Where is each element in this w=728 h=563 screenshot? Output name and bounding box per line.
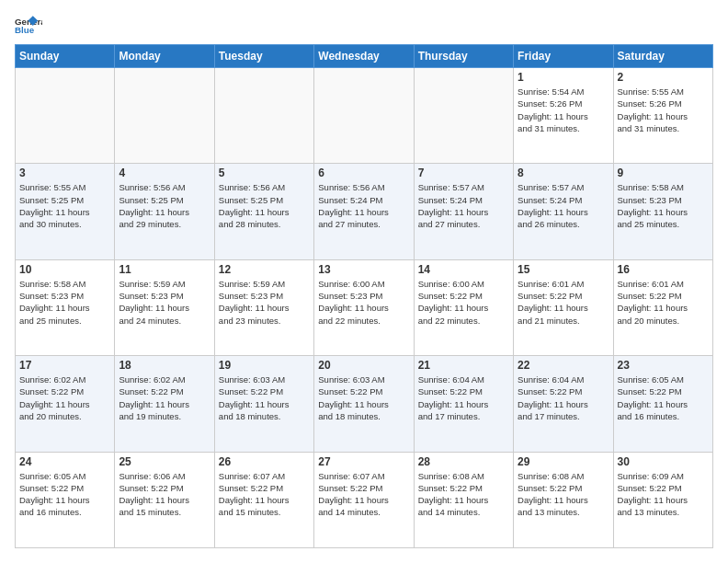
svg-text:Blue: Blue xyxy=(15,25,35,35)
day-number: 23 xyxy=(618,359,709,372)
day-info: Sunrise: 5:55 AM Sunset: 5:26 PM Dayligh… xyxy=(618,86,709,134)
calendar-day-cell: 5Sunrise: 5:56 AM Sunset: 5:25 PM Daylig… xyxy=(214,164,313,259)
calendar-day-header: Sunday xyxy=(16,45,115,68)
calendar-day-cell: 8Sunrise: 5:57 AM Sunset: 5:24 PM Daylig… xyxy=(514,164,613,259)
calendar-table: SundayMondayTuesdayWednesdayThursdayFrid… xyxy=(15,44,713,548)
calendar-day-cell: 20Sunrise: 6:03 AM Sunset: 5:22 PM Dayli… xyxy=(314,356,414,452)
calendar-day-cell: 4Sunrise: 5:56 AM Sunset: 5:25 PM Daylig… xyxy=(115,164,214,259)
calendar-day-header: Wednesday xyxy=(314,45,414,68)
calendar-day-cell: 7Sunrise: 5:57 AM Sunset: 5:24 PM Daylig… xyxy=(414,164,513,259)
day-info: Sunrise: 5:58 AM Sunset: 5:23 PM Dayligh… xyxy=(618,181,709,230)
calendar-day-cell: 15Sunrise: 6:01 AM Sunset: 5:22 PM Dayli… xyxy=(514,259,613,355)
day-info: Sunrise: 6:02 AM Sunset: 5:22 PM Dayligh… xyxy=(19,373,110,422)
calendar-day-cell xyxy=(314,68,414,164)
day-number: 8 xyxy=(518,167,609,179)
day-info: Sunrise: 6:04 AM Sunset: 5:22 PM Dayligh… xyxy=(418,373,509,422)
day-number: 12 xyxy=(219,263,310,276)
calendar-day-cell: 27Sunrise: 6:07 AM Sunset: 5:22 PM Dayli… xyxy=(314,452,414,547)
day-number: 17 xyxy=(19,359,110,372)
calendar-day-cell xyxy=(214,68,313,164)
calendar-day-cell: 19Sunrise: 6:03 AM Sunset: 5:22 PM Dayli… xyxy=(214,356,313,452)
calendar-day-cell: 29Sunrise: 6:08 AM Sunset: 5:22 PM Dayli… xyxy=(514,452,613,547)
day-info: Sunrise: 6:00 AM Sunset: 5:22 PM Dayligh… xyxy=(418,278,509,327)
day-number: 5 xyxy=(219,167,310,179)
calendar-day-cell: 9Sunrise: 5:58 AM Sunset: 5:23 PM Daylig… xyxy=(613,164,712,259)
calendar-week-row: 3Sunrise: 5:55 AM Sunset: 5:25 PM Daylig… xyxy=(16,164,713,259)
day-info: Sunrise: 6:03 AM Sunset: 5:22 PM Dayligh… xyxy=(318,373,409,422)
day-number: 13 xyxy=(318,263,409,276)
day-number: 1 xyxy=(518,71,609,84)
day-info: Sunrise: 5:56 AM Sunset: 5:25 PM Dayligh… xyxy=(219,181,310,230)
day-number: 21 xyxy=(418,359,509,372)
calendar-day-cell: 30Sunrise: 6:09 AM Sunset: 5:22 PM Dayli… xyxy=(613,452,712,547)
calendar-day-cell: 13Sunrise: 6:00 AM Sunset: 5:23 PM Dayli… xyxy=(314,259,414,355)
day-info: Sunrise: 5:56 AM Sunset: 5:25 PM Dayligh… xyxy=(119,181,210,230)
calendar-day-cell xyxy=(115,68,214,164)
day-info: Sunrise: 6:04 AM Sunset: 5:22 PM Dayligh… xyxy=(518,373,609,422)
calendar-day-cell xyxy=(414,68,513,164)
day-number: 27 xyxy=(318,455,409,468)
day-info: Sunrise: 6:06 AM Sunset: 5:22 PM Dayligh… xyxy=(119,470,210,519)
day-info: Sunrise: 5:59 AM Sunset: 5:23 PM Dayligh… xyxy=(119,278,210,327)
day-number: 14 xyxy=(418,263,509,276)
day-info: Sunrise: 6:02 AM Sunset: 5:22 PM Dayligh… xyxy=(119,373,210,422)
day-info: Sunrise: 6:07 AM Sunset: 5:22 PM Dayligh… xyxy=(219,470,310,519)
day-info: Sunrise: 6:08 AM Sunset: 5:22 PM Dayligh… xyxy=(518,470,609,519)
day-number: 22 xyxy=(518,359,609,372)
calendar-day-cell: 16Sunrise: 6:01 AM Sunset: 5:22 PM Dayli… xyxy=(613,259,712,355)
day-info: Sunrise: 6:05 AM Sunset: 5:22 PM Dayligh… xyxy=(19,470,110,519)
day-info: Sunrise: 6:00 AM Sunset: 5:23 PM Dayligh… xyxy=(318,278,409,327)
calendar-day-cell: 3Sunrise: 5:55 AM Sunset: 5:25 PM Daylig… xyxy=(16,164,115,259)
day-number: 29 xyxy=(518,455,609,468)
day-number: 15 xyxy=(518,263,609,276)
day-number: 11 xyxy=(119,263,210,276)
calendar-day-header: Thursday xyxy=(414,45,513,68)
day-number: 20 xyxy=(318,359,409,372)
calendar-day-header: Monday xyxy=(115,45,214,68)
day-info: Sunrise: 5:59 AM Sunset: 5:23 PM Dayligh… xyxy=(219,278,310,327)
day-info: Sunrise: 5:55 AM Sunset: 5:25 PM Dayligh… xyxy=(19,181,110,230)
day-info: Sunrise: 6:07 AM Sunset: 5:22 PM Dayligh… xyxy=(318,470,409,519)
calendar-week-row: 24Sunrise: 6:05 AM Sunset: 5:22 PM Dayli… xyxy=(16,452,713,547)
day-info: Sunrise: 5:58 AM Sunset: 5:23 PM Dayligh… xyxy=(19,278,110,327)
calendar-day-cell: 28Sunrise: 6:08 AM Sunset: 5:22 PM Dayli… xyxy=(414,452,513,547)
calendar-day-cell: 10Sunrise: 5:58 AM Sunset: 5:23 PM Dayli… xyxy=(16,259,115,355)
calendar-day-cell: 6Sunrise: 5:56 AM Sunset: 5:24 PM Daylig… xyxy=(314,164,414,259)
day-number: 19 xyxy=(219,359,310,372)
calendar-day-cell: 26Sunrise: 6:07 AM Sunset: 5:22 PM Dayli… xyxy=(214,452,313,547)
day-number: 25 xyxy=(119,455,210,468)
logo-icon: General Blue xyxy=(15,15,42,37)
day-info: Sunrise: 6:01 AM Sunset: 5:22 PM Dayligh… xyxy=(618,278,709,327)
day-number: 4 xyxy=(119,167,210,179)
calendar-day-cell: 2Sunrise: 5:55 AM Sunset: 5:26 PM Daylig… xyxy=(613,68,712,164)
logo: General Blue xyxy=(15,15,48,37)
day-info: Sunrise: 5:57 AM Sunset: 5:24 PM Dayligh… xyxy=(418,181,509,230)
calendar-day-cell: 22Sunrise: 6:04 AM Sunset: 5:22 PM Dayli… xyxy=(514,356,613,452)
day-number: 24 xyxy=(19,455,110,468)
day-number: 18 xyxy=(119,359,210,372)
day-info: Sunrise: 6:01 AM Sunset: 5:22 PM Dayligh… xyxy=(518,278,609,327)
calendar-day-cell: 17Sunrise: 6:02 AM Sunset: 5:22 PM Dayli… xyxy=(16,356,115,452)
calendar-week-row: 17Sunrise: 6:02 AM Sunset: 5:22 PM Dayli… xyxy=(16,356,713,452)
calendar-day-cell: 21Sunrise: 6:04 AM Sunset: 5:22 PM Dayli… xyxy=(414,356,513,452)
day-info: Sunrise: 5:56 AM Sunset: 5:24 PM Dayligh… xyxy=(318,181,409,230)
day-number: 3 xyxy=(19,167,110,179)
calendar-day-cell: 18Sunrise: 6:02 AM Sunset: 5:22 PM Dayli… xyxy=(115,356,214,452)
calendar-day-cell: 25Sunrise: 6:06 AM Sunset: 5:22 PM Dayli… xyxy=(115,452,214,547)
calendar-day-cell xyxy=(16,68,115,164)
day-number: 10 xyxy=(19,263,110,276)
day-number: 7 xyxy=(418,167,509,179)
calendar-week-row: 10Sunrise: 5:58 AM Sunset: 5:23 PM Dayli… xyxy=(16,259,713,355)
calendar-day-cell: 11Sunrise: 5:59 AM Sunset: 5:23 PM Dayli… xyxy=(115,259,214,355)
calendar-week-row: 1Sunrise: 5:54 AM Sunset: 5:26 PM Daylig… xyxy=(16,68,713,164)
day-number: 26 xyxy=(219,455,310,468)
day-info: Sunrise: 6:05 AM Sunset: 5:22 PM Dayligh… xyxy=(618,373,709,422)
calendar-day-cell: 24Sunrise: 6:05 AM Sunset: 5:22 PM Dayli… xyxy=(16,452,115,547)
calendar-day-header: Friday xyxy=(514,45,613,68)
day-number: 6 xyxy=(318,167,409,179)
calendar-header-row: SundayMondayTuesdayWednesdayThursdayFrid… xyxy=(16,45,713,68)
day-info: Sunrise: 5:57 AM Sunset: 5:24 PM Dayligh… xyxy=(518,181,609,230)
day-number: 28 xyxy=(418,455,509,468)
day-number: 9 xyxy=(618,167,709,179)
calendar-day-cell: 1Sunrise: 5:54 AM Sunset: 5:26 PM Daylig… xyxy=(514,68,613,164)
